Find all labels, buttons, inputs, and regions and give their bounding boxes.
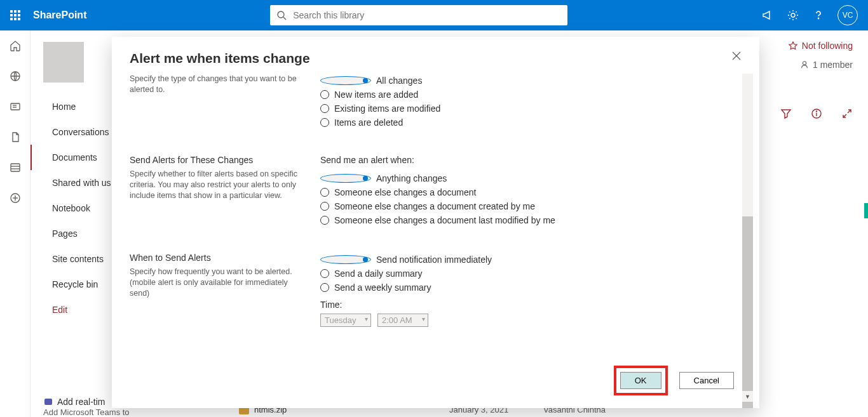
radio-icon xyxy=(320,202,329,211)
radio-icon xyxy=(320,255,371,264)
file-icon[interactable] xyxy=(9,131,22,143)
feedback-tab[interactable] xyxy=(864,203,868,218)
filter-desc: Specify whether to filter alerts based o… xyxy=(130,169,308,201)
dialog-title: Alert me when items change xyxy=(130,51,310,66)
section-when-send: When to Send Alerts Specify how frequent… xyxy=(130,246,742,333)
dialog-buttons: OK Cancel xyxy=(614,366,734,395)
dialog-header: Alert me when items change xyxy=(112,37,759,74)
svg-rect-18 xyxy=(44,399,52,405)
svg-point-2 xyxy=(791,13,795,17)
add-realtime-label: Add real-tim xyxy=(57,397,105,407)
app-rail xyxy=(0,30,31,417)
member-count[interactable]: 1 member xyxy=(788,60,853,70)
change-type-desc: Specify the type of changes that you wan… xyxy=(130,74,308,95)
radio-all-changes[interactable]: All changes xyxy=(320,74,742,88)
svg-rect-8 xyxy=(11,164,20,171)
radio-icon xyxy=(320,104,329,113)
radio-icon xyxy=(320,216,329,225)
svg-line-1 xyxy=(283,17,286,20)
svg-point-0 xyxy=(278,11,284,18)
radio-icon xyxy=(320,90,329,99)
user-avatar[interactable]: VC xyxy=(837,5,858,25)
radio-label: Anything changes xyxy=(376,173,447,183)
command-icons xyxy=(780,108,853,119)
radio-label: Someone else changes a document last mod… xyxy=(334,215,555,225)
radio-label: New items are added xyxy=(334,89,418,100)
settings-icon[interactable] xyxy=(787,9,799,22)
help-icon[interactable] xyxy=(812,9,825,22)
radio-someone-changes-modified[interactable]: Someone else changes a document last mod… xyxy=(320,213,742,227)
section-change-type: Specify the type of changes that you wan… xyxy=(130,74,742,149)
scroll-down-icon[interactable]: ▼ xyxy=(742,391,753,402)
radio-daily[interactable]: Send a daily summary xyxy=(320,267,742,281)
search-container xyxy=(86,5,751,25)
radio-anything-changes[interactable]: Anything changes xyxy=(320,171,742,185)
radio-icon xyxy=(320,188,329,197)
radio-label: Someone else changes a document xyxy=(334,187,476,197)
radio-label: Someone else changes a document created … xyxy=(334,201,535,211)
radio-icon xyxy=(320,174,371,183)
section-filter-changes: Send Alerts for These Changes Specify wh… xyxy=(130,149,742,246)
time-label: Time: xyxy=(320,300,742,310)
radio-existing-modified[interactable]: Existing items are modified xyxy=(320,102,742,116)
megaphone-icon[interactable] xyxy=(761,9,774,22)
site-logo xyxy=(43,42,84,83)
dialog-body: ▲ ▼ Specify the type of changes that you… xyxy=(112,74,759,408)
radio-label: All changes xyxy=(376,76,422,86)
ok-highlight-frame: OK xyxy=(614,366,668,395)
expand-icon[interactable] xyxy=(841,108,853,119)
svg-rect-5 xyxy=(11,103,20,110)
radio-label: Send a daily summary xyxy=(334,268,423,279)
radio-icon xyxy=(320,283,329,292)
radio-someone-changes[interactable]: Someone else changes a document xyxy=(320,185,742,199)
cancel-button[interactable]: Cancel xyxy=(679,372,734,389)
svg-point-14 xyxy=(803,62,806,65)
follow-label: Not following xyxy=(802,41,853,51)
radio-label: Send a weekly summary xyxy=(334,282,431,293)
radio-someone-changes-created[interactable]: Someone else changes a document created … xyxy=(320,199,742,213)
follow-toggle[interactable]: Not following xyxy=(788,41,853,51)
when-title: When to Send Alerts xyxy=(130,253,308,263)
suite-actions: VC xyxy=(751,5,868,25)
dialog-scrollbar-thumb[interactable] xyxy=(742,216,753,408)
add-realtime-hint[interactable]: Add real-tim xyxy=(43,397,105,407)
radio-new-items[interactable]: New items are added xyxy=(320,88,742,102)
star-icon xyxy=(788,41,798,51)
member-label: 1 member xyxy=(813,60,853,70)
close-icon[interactable] xyxy=(731,51,742,61)
svg-point-3 xyxy=(818,18,818,18)
radio-icon xyxy=(320,269,329,278)
list-icon[interactable] xyxy=(9,161,22,174)
search-icon xyxy=(276,10,287,20)
brand-label: SharePoint xyxy=(31,10,86,21)
radio-weekly[interactable]: Send a weekly summary xyxy=(320,281,742,295)
add-teams-hint[interactable]: Add Microsoft Teams to xyxy=(43,407,130,417)
radio-immediately[interactable]: Send notification immediately xyxy=(320,253,742,267)
alert-dialog: Alert me when items change ▲ ▼ Specify t… xyxy=(112,37,759,408)
add-icon[interactable] xyxy=(9,192,22,204)
filter-title: Send Alerts for These Changes xyxy=(130,155,308,165)
globe-icon[interactable] xyxy=(9,70,22,83)
news-icon[interactable] xyxy=(9,100,22,113)
app-launcher-button[interactable] xyxy=(0,0,31,30)
radio-label: Send notification immediately xyxy=(376,255,492,265)
info-icon[interactable] xyxy=(811,108,822,119)
search-input[interactable] xyxy=(293,10,561,20)
day-select[interactable]: Tuesday xyxy=(320,314,371,327)
person-icon xyxy=(800,60,809,69)
site-meta: Not following 1 member xyxy=(788,41,853,70)
ok-button[interactable]: OK xyxy=(620,372,661,389)
radio-icon xyxy=(320,76,371,85)
search-box[interactable] xyxy=(270,5,567,25)
teams-icon xyxy=(43,397,53,407)
filter-icon[interactable] xyxy=(780,108,792,119)
svg-point-17 xyxy=(817,111,817,112)
filter-prompt: Send me an alert when: xyxy=(320,155,742,165)
hour-select[interactable]: 2:00 AM xyxy=(377,314,428,327)
home-icon[interactable] xyxy=(9,39,22,52)
suite-header: SharePoint VC xyxy=(0,0,868,30)
radio-label: Existing items are modified xyxy=(334,103,440,114)
radio-icon xyxy=(320,118,329,127)
waffle-icon xyxy=(10,10,20,20)
radio-items-deleted[interactable]: Items are deleted xyxy=(320,116,742,129)
